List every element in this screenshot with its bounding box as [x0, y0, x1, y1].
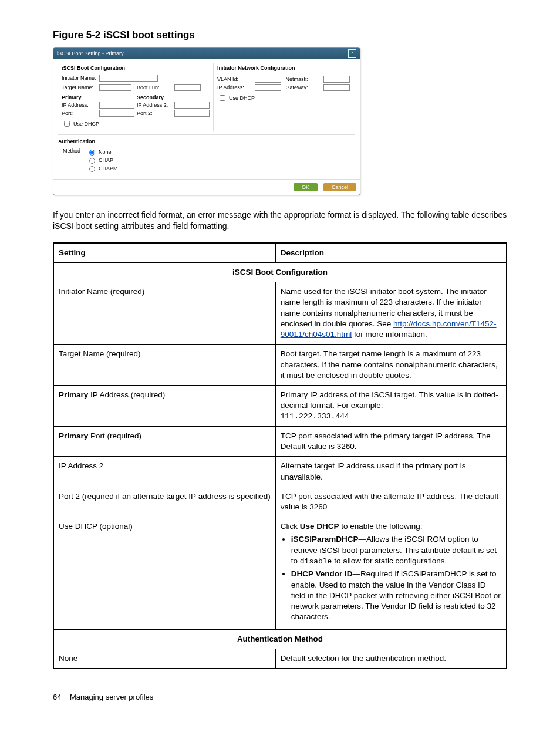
section-auth: Authentication	[58, 139, 355, 144]
txt: Port (required)	[88, 431, 141, 440]
txt: to enable the following:	[339, 522, 423, 531]
lbl-method: Method	[63, 148, 84, 154]
txt: to allow for static configurations.	[332, 556, 447, 565]
section-net-config: Initiator Network Configuration	[217, 65, 352, 71]
group-boot: iSCSI Boot Configuration	[53, 263, 507, 282]
cell-setting: Primary IP Address (required)	[53, 385, 275, 426]
txt-mono: 111.222.333.444	[281, 412, 349, 421]
radio-chapm[interactable]: CHAPM	[86, 164, 118, 172]
radio-none-lbl: None	[99, 149, 112, 155]
list-item: iSCSIParamDHCP—Allows the iSCSI ROM opti…	[291, 534, 501, 566]
txt-b: Primary	[59, 390, 88, 399]
cell-desc: Click Use DHCP to enable the following: …	[275, 517, 507, 629]
th-desc: Description	[275, 243, 507, 263]
txt: for more information.	[352, 330, 427, 339]
chk-usedhcp-r[interactable]	[220, 95, 225, 101]
lbl-bootlun: Boot Lun:	[137, 85, 172, 90]
txt: IP Address (required)	[88, 390, 165, 399]
lbl-primary: Primary	[62, 94, 134, 100]
lbl-netmask: Netmask:	[286, 76, 321, 82]
lbl-gateway: Gateway:	[286, 85, 321, 90]
cell-desc: Primary IP address of the iSCSI target. …	[275, 385, 507, 426]
cell-desc: TCP port associated with the primary tar…	[275, 426, 507, 456]
th-setting: Setting	[53, 243, 275, 263]
radio-chapm-lbl: CHAPM	[99, 166, 118, 171]
txt-b: iSCSIParamDHCP	[291, 535, 359, 544]
lbl-vlan: VLAN Id:	[217, 76, 252, 82]
table-row: Initiator Name (required) Name used for …	[53, 282, 507, 345]
input-netmask[interactable]	[323, 76, 350, 83]
cell-setting: Port 2 (required if an alternate target …	[53, 487, 275, 517]
lbl-port2: Port 2:	[137, 110, 172, 116]
section-title: Managing server profiles	[70, 693, 153, 701]
cancel-button[interactable]: Cancel	[323, 183, 356, 191]
input-initiator[interactable]	[99, 75, 158, 82]
iscsi-dialog: iSCSI Boot Setting - Primary × iSCSI Boo…	[53, 47, 360, 195]
table-row: None Default selection for the authentic…	[53, 649, 507, 669]
page-number: 64	[53, 693, 61, 701]
txt-mono: disable	[300, 557, 332, 566]
input-gateway[interactable]	[323, 84, 350, 91]
para-intro: If you enter an incorrect field format, …	[53, 210, 507, 232]
lbl-target: Target Name:	[62, 85, 97, 90]
list-item: DHCP Vendor ID—Required if iSCSIParamDHC…	[291, 569, 501, 622]
lbl-ip2: IP Address 2:	[137, 102, 172, 108]
cell-desc: TCP port associated with the alternate I…	[275, 487, 507, 517]
table-row: Target Name (required) Boot target. The …	[53, 345, 507, 386]
cell-desc: Alternate target IP address used if the …	[275, 457, 507, 487]
section-boot-config: iSCSI Boot Configuration	[62, 65, 210, 71]
input-port2[interactable]	[174, 110, 210, 117]
cell-setting: IP Address 2	[53, 457, 275, 487]
lbl-port: Port:	[62, 110, 97, 116]
lbl-initiator: Initiator Name:	[62, 75, 97, 81]
cell-setting: Initiator Name (required)	[53, 282, 275, 345]
lbl-ip: IP Address:	[62, 102, 97, 108]
input-ip-r[interactable]	[255, 84, 281, 91]
input-ip2[interactable]	[174, 102, 210, 109]
cell-desc: Boot target. The target name length is a…	[275, 345, 507, 386]
input-vlan[interactable]	[255, 76, 281, 83]
txt-b: Use DHCP	[300, 522, 339, 531]
table-row: Port 2 (required if an alternate target …	[53, 487, 507, 517]
dialog-titlebar: iSCSI Boot Setting - Primary ×	[53, 48, 360, 59]
settings-table: Setting Description iSCSI Boot Configura…	[53, 242, 507, 669]
dialog-title: iSCSI Boot Setting - Primary	[57, 50, 124, 56]
table-row: IP Address 2 Alternate target IP address…	[53, 457, 507, 487]
txt-b: Primary	[59, 431, 88, 440]
lbl-ip-r: IP Address:	[217, 85, 252, 90]
input-target[interactable]	[99, 84, 131, 91]
table-row: Use DHCP (optional) Click Use DHCP to en…	[53, 517, 507, 629]
group-auth: Authentication Method	[53, 629, 507, 649]
cell-desc: Name used for the iSCSI initiator boot s…	[275, 282, 507, 345]
radio-chap[interactable]: CHAP	[86, 156, 118, 164]
radio-chap-lbl: CHAP	[99, 157, 113, 163]
cell-setting: Target Name (required)	[53, 345, 275, 386]
input-port[interactable]	[99, 110, 134, 117]
page-footer: 64 Managing server profiles	[53, 693, 507, 701]
ok-button[interactable]: OK	[294, 183, 318, 191]
txt-b: DHCP Vendor ID	[291, 569, 353, 578]
table-row: Primary Port (required) TCP port associa…	[53, 426, 507, 456]
figure-title: Figure 5-2 iSCSI boot settings	[53, 29, 507, 41]
radio-none[interactable]: None	[86, 148, 118, 156]
txt: Click	[281, 522, 300, 531]
lbl-secondary: Secondary	[137, 94, 210, 100]
cell-setting: None	[53, 649, 275, 669]
lbl-usedhcp-r: Use DHCP	[229, 95, 255, 101]
cell-setting: Primary Port (required)	[53, 426, 275, 456]
chk-usedhcp[interactable]	[64, 121, 70, 127]
txt: Primary IP address of the iSCSI target. …	[281, 390, 498, 410]
lbl-usedhcp: Use DHCP	[73, 121, 99, 127]
cell-setting: Use DHCP (optional)	[53, 517, 275, 629]
input-ip[interactable]	[99, 102, 134, 109]
cell-desc: Default selection for the authentication…	[275, 649, 507, 669]
input-bootlun[interactable]	[174, 84, 201, 91]
table-row: Primary IP Address (required) Primary IP…	[53, 385, 507, 426]
close-icon[interactable]: ×	[348, 49, 356, 58]
